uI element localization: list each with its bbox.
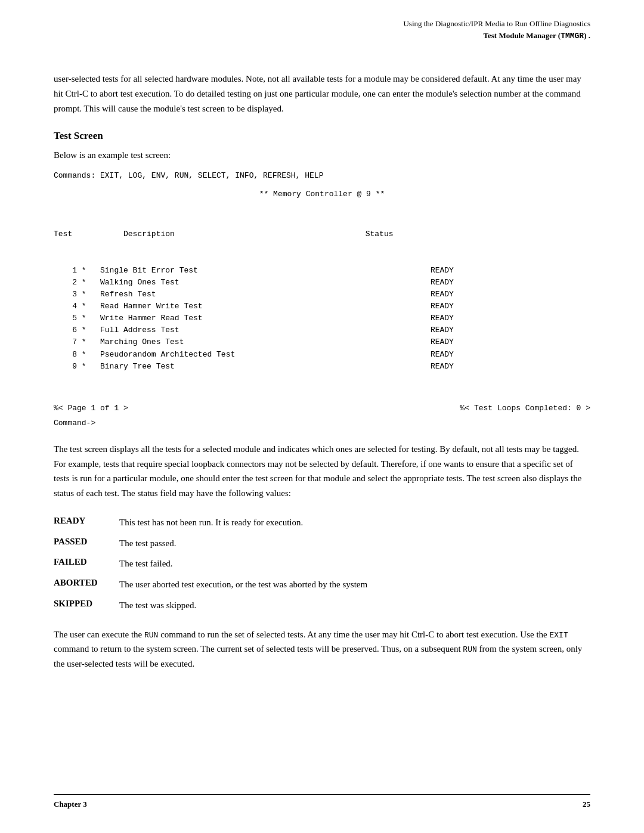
table-row: 6 * Full Address Test READY [54, 324, 590, 336]
page-right: %< Test Loops Completed: 0 > [460, 402, 590, 415]
definition-row: SKIPPEDThe test was skipped. [54, 598, 590, 613]
def-desc: The user aborted test execution, or the … [119, 577, 590, 592]
table-row: 8 * Pseudorandom Architected Test READY [54, 349, 590, 361]
definitions-list: READYThis test has not been run. It is r… [54, 515, 590, 613]
below-text: Below is an example test screen: [54, 150, 590, 160]
page-footer: Chapter 3 25 [54, 794, 590, 809]
body-paragraph-2: The user can execute the RUN command to … [54, 627, 590, 671]
header-tmmgr: TMMGR [561, 32, 584, 41]
table-row: 7 * Marching Ones Test READY [54, 336, 590, 348]
table-row: 3 * Refresh Test READY [54, 289, 590, 301]
table-row: 5 * Write Hammer Read Test READY [54, 312, 590, 324]
def-term: READY [54, 515, 119, 526]
footer-page: 25 [583, 800, 590, 809]
table-row: 1 * Single Bit Error Test READY [54, 265, 590, 277]
table-row: 4 * Read Hammer Write Test READY [54, 301, 590, 312]
test-rows: 1 * Single Bit Error Test READY 2 * Walk… [54, 265, 590, 373]
memory-controller: ** Memory Controller @ 9 ** [54, 188, 590, 201]
page-left: %< Page 1 of 1 > [54, 402, 128, 415]
definition-row: FAILEDThe test failed. [54, 556, 590, 571]
definition-row: PASSEDThe test passed. [54, 536, 590, 551]
def-desc: This test has not been run. It is ready … [119, 515, 590, 530]
footer-chapter: Chapter 3 [54, 800, 87, 809]
commands-line: Commands: EXIT, LOG, ENV, RUN, SELECT, I… [54, 170, 590, 182]
table-row: 9 * Binary Tree Test READY [54, 361, 590, 373]
header-line2: Test Module Manager (TMMGR) . [403, 30, 590, 42]
header-line1: Using the Diagnostic/IPR Media to Run Of… [403, 18, 590, 30]
def-term: SKIPPED [54, 598, 119, 609]
definition-row: READYThis test has not been run. It is r… [54, 515, 590, 530]
exit-cmd-inline: EXIT [550, 631, 568, 640]
section-title: Test Screen [54, 130, 590, 142]
def-desc: The test was skipped. [119, 598, 590, 613]
def-desc: The test failed. [119, 556, 590, 571]
def-term: PASSED [54, 536, 119, 547]
header-prefix: Test Module Manager ( [484, 31, 561, 40]
body-paragraph-1: The test screen displays all the tests f… [54, 442, 590, 501]
test-table: Test Description Status 1 * Single Bit E… [54, 205, 590, 397]
def-desc: The test passed. [119, 536, 590, 551]
def-term: ABORTED [54, 577, 119, 588]
run-cmd-inline: RUN [144, 631, 158, 640]
page-status-line: %< Page 1 of 1 > %< Test Loops Completed… [54, 402, 590, 415]
table-header: Test Description Status [54, 228, 590, 240]
def-term: FAILED [54, 556, 119, 567]
run-cmd2-inline: RUN [463, 645, 476, 654]
intro-paragraph: user-selected tests for all selected har… [54, 72, 590, 116]
definition-row: ABORTEDThe user aborted test execution, … [54, 577, 590, 592]
table-row: 2 * Walking Ones Test READY [54, 277, 590, 289]
command-prompt: Command-> [54, 419, 590, 428]
main-content: user-selected tests for all selected har… [54, 72, 590, 671]
header-suffix: ) . [584, 31, 590, 40]
page-header: Using the Diagnostic/IPR Media to Run Of… [403, 18, 590, 42]
